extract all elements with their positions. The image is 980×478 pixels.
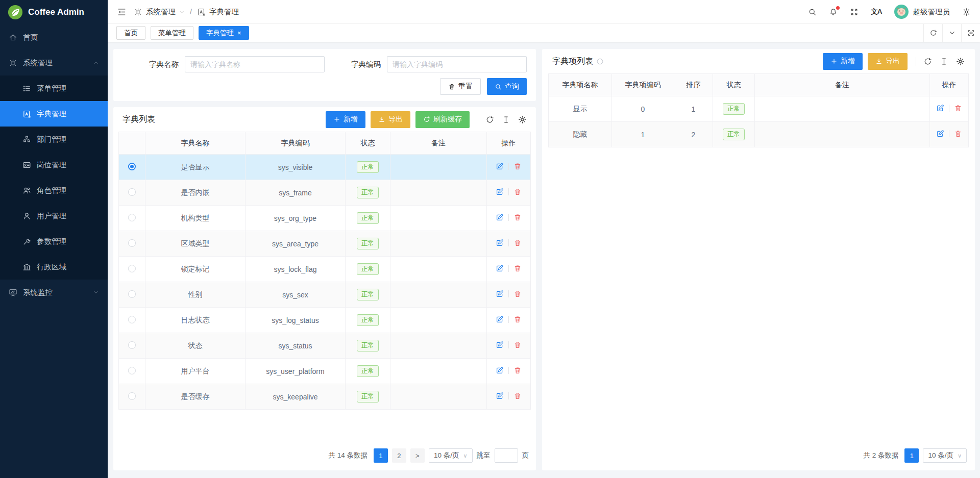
delete-icon[interactable] — [513, 392, 522, 400]
row-height-icon[interactable] — [940, 57, 948, 66]
refresh-cache-button[interactable]: 刷新缓存 — [415, 111, 470, 128]
row-radio[interactable] — [128, 392, 136, 400]
edit-icon[interactable] — [496, 162, 504, 170]
delete-icon[interactable] — [513, 264, 522, 272]
table-row[interactable]: 锁定标记 sys_lock_flag 正常 — [119, 257, 531, 282]
row-radio[interactable] — [128, 367, 136, 374]
delete-icon[interactable] — [513, 162, 522, 170]
info-icon[interactable] — [596, 58, 604, 65]
refresh-page-icon[interactable] — [923, 24, 942, 42]
table-row[interactable]: 日志状态 sys_log_status 正常 — [119, 308, 531, 333]
edit-icon[interactable] — [496, 264, 504, 272]
page-size-select[interactable]: 10 条/页 ∨ — [923, 448, 967, 463]
table-row[interactable]: 性别 sys_sex 正常 — [119, 282, 531, 308]
page-tab[interactable]: 首页 × — [116, 26, 145, 40]
table-row[interactable]: 是否显示 sys_visible 正常 — [119, 155, 531, 180]
row-height-icon[interactable] — [502, 115, 510, 124]
edit-icon[interactable] — [936, 104, 944, 112]
edit-icon[interactable] — [936, 130, 944, 138]
row-radio[interactable] — [128, 290, 136, 298]
tab-more-chevron-icon[interactable] — [942, 24, 961, 42]
row-radio[interactable] — [128, 188, 136, 196]
delete-icon[interactable] — [513, 366, 522, 374]
sidebar-subitem[interactable]: 用户管理 — [0, 203, 108, 229]
delete-icon[interactable] — [513, 315, 522, 323]
edit-icon[interactable] — [496, 341, 504, 349]
sidebar-subitem[interactable]: 参数管理 — [0, 229, 108, 254]
sidebar-item-monitor[interactable]: 系统监控 — [0, 280, 108, 305]
collapse-sidebar-icon[interactable] — [117, 7, 127, 17]
dict-code-input[interactable] — [387, 56, 527, 72]
refresh-table-icon[interactable] — [485, 115, 494, 124]
row-radio[interactable] — [128, 316, 136, 323]
page-size-select[interactable]: 10 条/页 ∨ — [429, 448, 473, 463]
query-button[interactable]: 查询 — [487, 78, 527, 95]
delete-icon[interactable] — [513, 290, 522, 298]
table-row[interactable]: 机构类型 sys_org_type 正常 — [119, 206, 531, 231]
add-dict-button[interactable]: 新增 — [326, 111, 365, 128]
user-menu[interactable]: 超级管理员 — [894, 5, 950, 19]
column-settings-gear-icon[interactable] — [518, 115, 527, 124]
breadcrumb-level1[interactable]: 系统管理 — [146, 7, 176, 17]
menu-item-icon — [22, 161, 31, 169]
sidebar-item-system[interactable]: 系统管理 — [0, 50, 108, 76]
row-radio[interactable] — [128, 214, 136, 221]
edit-icon[interactable] — [496, 290, 504, 298]
dict-name-input[interactable] — [185, 56, 325, 72]
page-tab[interactable]: 字典管理 × — [199, 26, 249, 40]
table-row[interactable]: 区域类型 sys_area_type 正常 — [119, 231, 531, 257]
search-icon[interactable] — [808, 8, 817, 16]
refresh-table-icon[interactable] — [923, 57, 932, 66]
edit-icon[interactable] — [496, 366, 504, 374]
jump-page-input[interactable] — [495, 448, 518, 463]
table-row[interactable]: 是否缓存 sys_keepalive 正常 — [119, 384, 531, 410]
row-radio[interactable] — [128, 265, 136, 272]
sidebar-subitem[interactable]: 字典管理 — [0, 101, 108, 127]
edit-icon[interactable] — [496, 188, 504, 196]
row-radio[interactable] — [128, 239, 136, 247]
delete-icon[interactable] — [513, 213, 522, 221]
export-dict-item-button[interactable]: 导出 — [868, 53, 908, 70]
maximize-content-icon[interactable] — [961, 24, 980, 42]
notification-bell-icon[interactable] — [829, 8, 838, 16]
table-row[interactable]: 用户平台 sys_user_platform 正常 — [119, 359, 531, 384]
delete-icon[interactable] — [954, 130, 962, 138]
table-row[interactable]: 隐藏 1 2 正常 — [549, 122, 969, 147]
row-radio[interactable] — [128, 163, 136, 170]
page-button-1[interactable]: 1 — [904, 448, 919, 463]
language-icon[interactable]: 文A — [871, 7, 881, 16]
column-header: 状态 — [346, 132, 390, 155]
delete-icon[interactable] — [513, 239, 522, 247]
delete-icon[interactable] — [513, 341, 522, 349]
sidebar-item-home[interactable]: 首页 — [0, 24, 108, 50]
delete-icon[interactable] — [954, 104, 962, 112]
table-row[interactable]: 显示 0 1 正常 — [549, 96, 969, 122]
sidebar-subitem[interactable]: 角色管理 — [0, 178, 108, 203]
edit-icon[interactable] — [496, 315, 504, 323]
notification-dot — [836, 6, 840, 10]
sidebar-subitem[interactable]: 岗位管理 — [0, 152, 108, 178]
edit-icon[interactable] — [496, 392, 504, 400]
column-settings-gear-icon[interactable] — [956, 57, 965, 66]
export-dict-button[interactable]: 导出 — [371, 111, 410, 128]
table-row[interactable]: 状态 sys_status 正常 — [119, 333, 531, 359]
row-radio[interactable] — [128, 341, 136, 349]
edit-icon[interactable] — [496, 213, 504, 221]
fullscreen-icon[interactable] — [850, 8, 859, 16]
column-header: 排序 — [674, 74, 713, 96]
sidebar-subitem[interactable]: 行政区域 — [0, 254, 108, 280]
page-tab[interactable]: 菜单管理 × — [151, 26, 193, 40]
edit-icon[interactable] — [496, 239, 504, 247]
close-icon[interactable]: × — [237, 30, 241, 36]
settings-gear-icon[interactable] — [962, 8, 971, 16]
sidebar-subitem[interactable]: 菜单管理 — [0, 76, 108, 101]
reset-button[interactable]: 重置 — [440, 78, 481, 95]
page-button-1[interactable]: 1 — [374, 448, 388, 463]
table-row[interactable]: 是否内嵌 sys_frame 正常 — [119, 180, 531, 206]
next-page-button[interactable]: > — [410, 448, 425, 463]
sidebar-subitem[interactable]: 部门管理 — [0, 127, 108, 152]
delete-icon[interactable] — [513, 188, 522, 196]
breadcrumb-level2[interactable]: 字典管理 — [209, 7, 239, 17]
page-button-2[interactable]: 2 — [392, 448, 406, 463]
add-dict-item-button[interactable]: 新增 — [823, 53, 863, 70]
